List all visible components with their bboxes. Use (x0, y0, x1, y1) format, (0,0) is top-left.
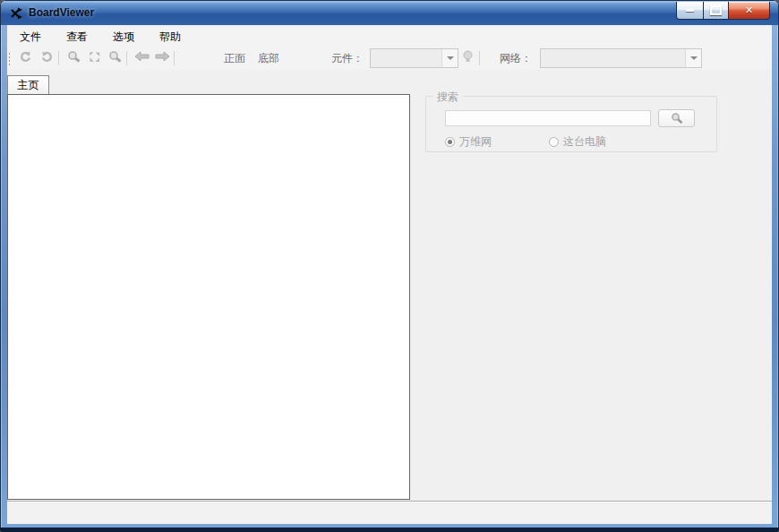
net-combobox-value (541, 49, 685, 67)
zoom-out-button[interactable] (106, 47, 124, 66)
nav-forward-button[interactable] (153, 47, 171, 66)
toolbar-separator (479, 51, 480, 65)
bulb-icon (462, 50, 474, 63)
zoom-in-icon (67, 50, 81, 64)
fit-to-window-button[interactable] (85, 47, 103, 66)
net-combobox[interactable] (540, 49, 702, 67)
status-divider (7, 501, 772, 502)
menu-file[interactable]: 文件 (11, 27, 50, 47)
tab-home[interactable]: 主页 (7, 75, 49, 94)
toolbar-separator (58, 51, 59, 65)
radio-web[interactable] (445, 137, 455, 147)
maximize-button[interactable] (704, 2, 729, 20)
search-icon (671, 112, 683, 124)
minimize-button[interactable] (676, 2, 704, 20)
app-window: BoardViewer ✕ 文件 查看 选项 帮助 (0, 0, 779, 532)
arrow-left-icon (134, 51, 150, 62)
maximize-icon (710, 5, 722, 15)
close-button[interactable]: ✕ (729, 2, 770, 20)
menu-view[interactable]: 查看 (57, 27, 97, 47)
menubar: 文件 查看 选项 帮助 (7, 27, 772, 47)
close-icon: ✕ (745, 5, 753, 15)
net-label: 网络： (500, 47, 532, 70)
nav-back-button[interactable] (133, 47, 150, 66)
search-button[interactable] (658, 109, 695, 127)
board-view-canvas (7, 94, 410, 500)
toolbar: 正面 底部 元件： 网络： (7, 47, 772, 70)
chevron-down-icon[interactable] (685, 49, 701, 67)
caption-buttons: ✕ (676, 2, 770, 20)
minimize-icon (686, 9, 694, 12)
fit-to-window-icon (88, 50, 101, 64)
radio-this-pc-label: 这台电脑 (563, 134, 606, 150)
arrow-right-icon (155, 51, 170, 62)
search-groupbox: 搜索 万维网 这台电脑 (425, 96, 717, 152)
search-input[interactable] (445, 110, 651, 126)
titlebar[interactable]: BoardViewer ✕ (1, 1, 778, 25)
toolbar-separator (126, 51, 127, 65)
rotate-cw-icon (40, 50, 54, 64)
rotate-ccw-button[interactable] (16, 47, 34, 66)
menu-options[interactable]: 选项 (104, 27, 143, 47)
bottom-side-button[interactable]: 底部 (258, 47, 279, 70)
app-icon-shuffle-arrows (11, 7, 23, 20)
toolbar-separator (174, 51, 175, 65)
rotate-cw-button[interactable] (38, 47, 56, 66)
search-scope-radios: 万维网 这台电脑 (445, 134, 707, 150)
chevron-down-icon[interactable] (441, 49, 458, 67)
statusbar (7, 504, 772, 524)
highlight-bulb-button[interactable] (458, 47, 476, 66)
client-area: 文件 查看 选项 帮助 (7, 25, 772, 524)
zoom-out-icon (108, 50, 122, 64)
component-label: 元件： (331, 47, 364, 70)
search-group-label: 搜索 (433, 90, 462, 105)
radio-selected-dot (448, 140, 452, 144)
front-side-button[interactable]: 正面 (224, 47, 245, 70)
toolbar-grip (8, 47, 11, 70)
radio-this-pc[interactable] (549, 137, 559, 147)
menu-help[interactable]: 帮助 (150, 27, 190, 47)
component-combobox-value (371, 49, 441, 67)
radio-web-label: 万维网 (459, 134, 492, 150)
window-title: BoardViewer (29, 6, 94, 19)
component-combobox[interactable] (370, 49, 458, 67)
zoom-in-button[interactable] (64, 47, 82, 66)
rotate-ccw-icon (19, 50, 32, 64)
